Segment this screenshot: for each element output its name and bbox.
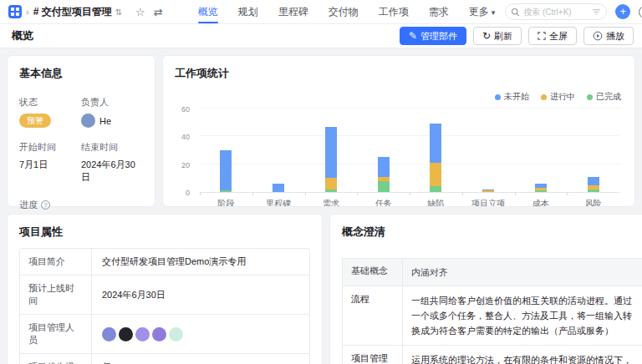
member-avatar[interactable]	[119, 327, 133, 341]
tab-deliverable[interactable]: 交付物	[318, 0, 369, 23]
status-label: 状态	[19, 96, 81, 109]
start-time-value: 7月1日	[19, 159, 81, 171]
chart-bar-项目立项[interactable]	[482, 190, 494, 192]
project-attrs-title: 项目属性	[8, 215, 322, 240]
concept-definition: 运用系统的理论方法，在有限的条件和资源的情况下，对项目开始到结束的全流程进行计划…	[403, 346, 642, 364]
progress-help-icon[interactable]: ?	[41, 200, 50, 210]
legend-item-未开始[interactable]: 未开始	[495, 91, 529, 103]
concepts-table: 基础概念内涵对齐流程一组共同给客户创造价值的相互关联的活动进程。通过一个或多个任…	[342, 258, 642, 364]
chart-xtick-label: 任务	[357, 198, 410, 207]
chart-segment-未开始	[220, 150, 232, 190]
switch-project-icon[interactable]: ⇅	[115, 8, 122, 17]
attr-row: 预计上线时间2024年6月30日	[20, 276, 309, 315]
chart-segment-未开始	[588, 177, 599, 185]
search-box[interactable]	[505, 3, 607, 20]
legend-item-进行中[interactable]: 进行中	[541, 91, 575, 103]
chart-segment-进行中	[325, 178, 337, 189]
chevron-down-icon: ▾	[492, 8, 496, 17]
favorite-star-icon[interactable]: ☆	[135, 6, 145, 18]
attr-text: 低	[102, 361, 111, 364]
chart-segment-已完成	[220, 190, 232, 192]
legend-dot-icon	[495, 94, 501, 100]
attr-row: 项目简介交付型研发项目管理Demo演示专用	[20, 249, 309, 276]
chart-xtick-label: 成本	[515, 198, 568, 207]
chart-bar-里程碑[interactable]	[273, 184, 284, 192]
start-time-label: 开始时间	[19, 141, 81, 154]
tab-requirement[interactable]: 需求	[419, 0, 459, 23]
page-toolbar: 概览 ✎ 管理部件 ↻ 刷新 全屏 播放	[0, 24, 642, 48]
end-time-value: 2024年6月30日	[81, 159, 143, 184]
create-button[interactable]: +	[615, 4, 630, 19]
member-avatar[interactable]	[102, 327, 116, 341]
refresh-button[interactable]: ↻ 刷新	[473, 27, 522, 45]
play-icon	[593, 31, 603, 41]
concept-term: 项目管理	[343, 346, 403, 364]
chart-bar-阶段[interactable]	[220, 150, 232, 192]
tab-more[interactable]: 更多▾	[459, 0, 506, 23]
chart-xtick	[410, 192, 410, 195]
tab-planning[interactable]: 规划	[228, 0, 268, 23]
chart-xtick	[200, 192, 201, 195]
basic-info-panel: 基本信息 状态 预警 负责人 He	[7, 55, 155, 207]
swap-icon[interactable]: ⇄	[154, 6, 163, 18]
chart-column	[410, 124, 462, 192]
play-button[interactable]: 播放	[583, 27, 634, 45]
search-input[interactable]	[523, 8, 588, 17]
attr-label: 项目简介	[20, 249, 92, 275]
concepts-title: 概念澄清	[330, 215, 642, 240]
attr-text: 2024年6月30日	[102, 289, 166, 301]
breadcrumb[interactable]: # 交付型项目管理	[33, 5, 112, 19]
chart-column	[357, 157, 410, 192]
concepts-header-term: 基础概念	[343, 259, 403, 286]
concept-row: 项目管理运用系统的理论方法，在有限的条件和资源的情况下，对项目开始到结束的全流程…	[343, 346, 642, 364]
chart-segment-进行中	[430, 163, 441, 186]
manage-widgets-button[interactable]: ✎ 管理部件	[400, 27, 466, 45]
legend-item-已完成[interactable]: 已完成	[587, 91, 621, 103]
chart-xtick-label: 风险	[567, 198, 619, 207]
chart-bar-缺陷[interactable]	[430, 124, 441, 192]
app-logo-icon[interactable]	[8, 5, 22, 18]
tab-workitem[interactable]: 工作项	[369, 0, 419, 23]
member-avatar[interactable]	[152, 327, 166, 341]
legend-label: 已完成	[596, 91, 621, 103]
attr-label: 预计上线时间	[20, 276, 92, 314]
member-avatar[interactable]	[135, 327, 150, 341]
chart-bar-风险[interactable]	[588, 177, 599, 192]
chart-xtick-label: 缺陷	[410, 198, 462, 207]
fullscreen-icon	[538, 32, 546, 40]
help-icon[interactable]: ?	[639, 6, 642, 18]
work-item-stats-panel: 工作项统计 未开始进行中已完成 0204060 阶段里程碑需求任务缺陷项目立项成…	[162, 55, 635, 207]
chart-xtick	[567, 192, 568, 195]
chart-legend: 未开始进行中已完成	[495, 91, 621, 103]
chart-column	[462, 190, 515, 192]
top-row: 基本信息 状态 预警 负责人 He	[7, 55, 635, 207]
tab-milestone[interactable]: 里程碑	[268, 0, 318, 23]
project-attrs-table: 项目简介交付型研发项目管理Demo演示专用预计上线时间2024年6月30日项目管…	[19, 248, 310, 364]
navbar-right: + ?	[505, 3, 642, 20]
chart-bar-成本[interactable]	[535, 184, 547, 192]
owner-name: He	[99, 116, 111, 126]
chart-segment-未开始	[273, 184, 284, 192]
member-avatar[interactable]	[169, 327, 183, 341]
chart-segment-已完成	[588, 190, 599, 192]
basic-info-title: 基本信息	[8, 56, 155, 81]
chart-ytick-label: 0	[186, 189, 190, 197]
owner-value[interactable]: He	[81, 114, 143, 128]
search-icon	[511, 8, 520, 17]
tab-overview[interactable]: 概览	[188, 0, 228, 23]
legend-dot-icon	[587, 94, 593, 100]
chart-segment-未开始	[430, 124, 441, 163]
fullscreen-button[interactable]: 全屏	[528, 27, 577, 45]
refresh-icon: ↻	[482, 31, 491, 41]
chevron-right-icon: ›	[26, 7, 29, 17]
chart-xtick-label: 项目立项	[462, 198, 515, 207]
chart-bar-需求[interactable]	[325, 127, 337, 192]
chart-plot-area	[200, 109, 619, 193]
filter-icon[interactable]	[592, 8, 601, 17]
chart-bar-任务[interactable]	[378, 157, 390, 192]
chart-segment-进行中	[482, 190, 494, 192]
status-badge[interactable]: 预警	[19, 114, 51, 128]
chart-xtick-label: 需求	[305, 198, 358, 207]
chart-column	[567, 177, 619, 192]
chart-xtick-label: 里程碑	[252, 198, 305, 207]
